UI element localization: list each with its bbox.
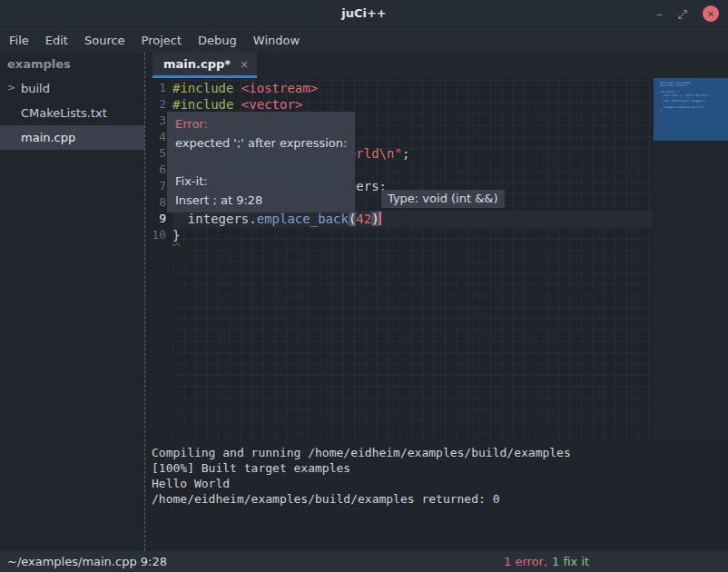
juci-window: juCi++ – ⤢ ✕ FileEditSourceProjectDebugW… [0, 0, 728, 572]
error-count: 1 error, [504, 555, 547, 568]
line-number: 2 [146, 96, 172, 113]
tab-close-icon[interactable]: × [240, 58, 249, 71]
output-line: [100%] Built target examples [152, 460, 728, 476]
code-line-1: 1#include <iostream> [146, 80, 653, 96]
text-cursor [379, 212, 381, 225]
line-number: 1 [146, 80, 172, 96]
close-icon[interactable]: ✕ [703, 5, 719, 22]
output-line: /home/eidheim/examples/build/examples re… [152, 491, 728, 507]
fixit-title: Fix-it: [175, 172, 347, 191]
error-tooltip-message: expected ';' after expression: [175, 133, 347, 153]
menubar: FileEditSourceProjectDebugWindow [0, 27, 728, 53]
type-tooltip: Type: void (int &&) [381, 190, 505, 208]
menu-debug[interactable]: Debug [198, 34, 237, 47]
menu-window[interactable]: Window [253, 34, 300, 47]
tabbar: main.cpp* × [146, 53, 728, 78]
output-panel[interactable]: Compiling and running /home/eidheim/exam… [146, 441, 728, 551]
fixit-text: Insert ; at 9:28 [175, 191, 347, 210]
code-text: } [172, 227, 653, 243]
code-text: integers.emplace_back(42) [172, 211, 653, 227]
tree-item-label: CMakeLists.txt [21, 106, 107, 120]
output-line: Hello World [152, 476, 728, 491]
fixit-count: 1 fix it [552, 555, 589, 568]
line-number: 9 [146, 211, 172, 227]
code-editor[interactable]: 1#include <iostream>2#include <vector>34… [146, 78, 653, 441]
window-title: juCi++ [341, 6, 387, 20]
code-text: #include <iostream> [172, 80, 653, 96]
project-name: examples [0, 53, 144, 76]
diagnostics-summary: 1 error,1 fix it [504, 555, 589, 568]
tree-item-main-cpp[interactable]: main.cpp [0, 125, 144, 150]
tab-label: main.cpp* [163, 57, 231, 71]
titlebar[interactable]: juCi++ – ⤢ ✕ [0, 0, 728, 27]
editor-zone: 1#include <iostream>2#include <vector>34… [146, 78, 728, 441]
sidebar: examples >buildCMakeLists.txtmain.cpp [0, 53, 144, 551]
menu-file[interactable]: File [9, 34, 29, 47]
editor-pane: main.cpp* × 1#include <iostream>2#includ… [146, 53, 728, 551]
code-line-9: 9 integers.emplace_back(42) [146, 211, 653, 227]
window-controls: – ⤢ ✕ [656, 0, 719, 27]
code-text: #include <vector> [172, 96, 653, 113]
error-tooltip-title: Error: [175, 114, 347, 133]
menu-project[interactable]: Project [142, 34, 182, 47]
minimap-view[interactable]: #include <iostream>#include <vector>int … [654, 78, 728, 141]
line-number: 10 [146, 227, 172, 243]
restore-icon[interactable]: ⤢ [678, 8, 687, 20]
code-line-10: 10} [146, 227, 653, 243]
tree-item-label: main.cpp [21, 131, 75, 144]
file-tree: >buildCMakeLists.txtmain.cpp [0, 76, 144, 150]
chevron-right-icon[interactable]: > [7, 83, 15, 93]
status-location: ~/examples/main.cpp 9:28 [7, 555, 167, 568]
code-line-2: 2#include <vector> [146, 96, 653, 113]
menu-source[interactable]: Source [84, 34, 125, 47]
output-line: Compiling and running /home/eidheim/exam… [152, 445, 728, 460]
tab-main-cpp[interactable]: main.cpp* × [152, 53, 257, 78]
tooltip-spacer [175, 153, 347, 172]
main-area: examples >buildCMakeLists.txtmain.cpp ma… [0, 53, 728, 551]
menu-edit[interactable]: Edit [45, 34, 68, 47]
minimap-scrollbar[interactable]: #include <iostream>#include <vector>int … [653, 78, 728, 441]
tree-item-build[interactable]: >build [0, 76, 144, 101]
error-tooltip: Error: expected ';' after expression: Fi… [167, 112, 355, 212]
statusbar: ~/examples/main.cpp 9:28 1 error,1 fix i… [0, 551, 728, 572]
tree-item-cmakelists-txt[interactable]: CMakeLists.txt [0, 101, 144, 125]
minimize-icon[interactable]: – [656, 8, 663, 20]
tree-item-label: build [21, 82, 50, 95]
